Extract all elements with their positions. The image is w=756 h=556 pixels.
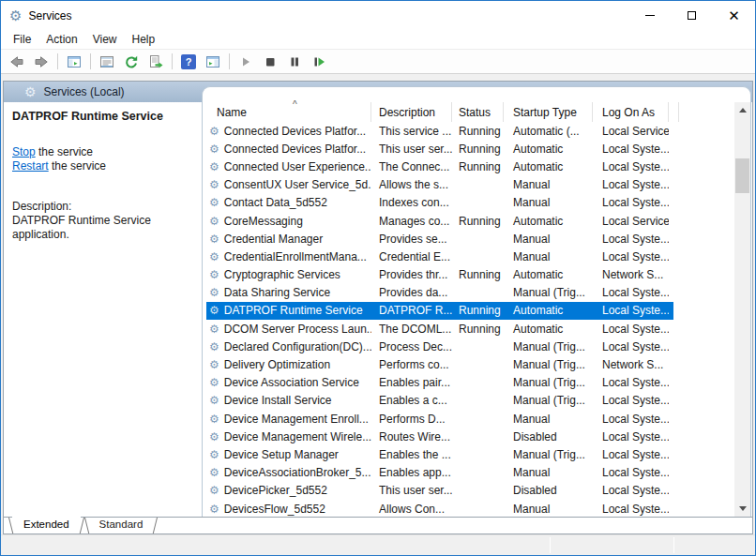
scroll-down-button[interactable] — [734, 501, 750, 517]
service-log-on-as: Local Syste... — [593, 500, 669, 517]
stop-service-link[interactable]: Stop — [12, 145, 36, 158]
services-gear-icon: ⚙ — [24, 85, 37, 98]
service-name: Declared Configuration(DC)... — [224, 340, 371, 353]
scroll-up-button[interactable] — [734, 102, 750, 118]
service-log-on-as: Local Syste... — [593, 194, 669, 212]
table-row[interactable]: ⚙Device Install Service Enables a c... M… — [206, 392, 734, 410]
column-header-name[interactable]: Name ^ — [206, 102, 371, 122]
table-row[interactable]: ⚙CredentialEnrollmentMana... Credential … — [206, 248, 734, 265]
service-description: Provides thr... — [371, 266, 452, 284]
service-name: Device Install Service — [224, 394, 332, 407]
service-log-on-as: Local Syste... — [593, 284, 669, 302]
table-row[interactable]: ⚙Declared Configuration(DC)... Process D… — [206, 338, 734, 355]
table-row[interactable]: ⚙Cryptographic Services Provides thr... … — [206, 266, 734, 284]
pause-service-icon — [287, 54, 302, 69]
menu-view[interactable]: View — [85, 31, 125, 48]
stop-service-button[interactable] — [259, 51, 281, 72]
restart-service-button[interactable] — [308, 51, 330, 72]
table-row[interactable]: ⚙Device Setup Manager Enables the ... Ma… — [206, 445, 734, 463]
service-log-on-as: Local Syste... — [593, 428, 669, 445]
service-name: Device Management Enroll... — [224, 413, 369, 426]
refresh-button[interactable] — [120, 51, 143, 72]
help-button[interactable]: ? — [177, 51, 200, 72]
row-extra — [669, 482, 673, 500]
menu-action[interactable]: Action — [38, 31, 84, 48]
service-log-on-as: Local Syste... — [593, 410, 669, 428]
table-row[interactable]: ⚙CoreMessaging Manages co... Running Aut… — [206, 212, 734, 230]
forward-button[interactable] — [30, 51, 53, 72]
start-service-button[interactable] — [234, 51, 257, 72]
minimize-icon — [645, 15, 655, 16]
scrollbar-thumb[interactable] — [735, 158, 749, 193]
selected-service-title: DATPROF Runtime Service — [12, 110, 189, 123]
services-list-card: Name ^ Description Status Startup Type L… — [202, 86, 751, 517]
tab-standard[interactable]: Standard — [88, 518, 155, 533]
menu-help[interactable]: Help — [125, 31, 163, 48]
table-row[interactable]: ⚙DevicesFlow_5d552 Allows Con... Manual … — [206, 500, 734, 517]
service-status — [452, 374, 504, 392]
back-button[interactable] — [6, 51, 28, 72]
table-row[interactable]: ⚙Device Management Wirele... Routes Wire… — [206, 428, 734, 445]
service-name: CredentialEnrollmentMana... — [224, 250, 367, 263]
menu-file[interactable]: File — [6, 31, 38, 48]
table-row[interactable]: ⚙Connected Devices Platfor... This user … — [206, 140, 734, 158]
restart-service-link[interactable]: Restart — [12, 159, 49, 173]
service-startup-type: Automatic — [504, 320, 593, 338]
table-row[interactable]: ⚙Credential Manager Provides se... Manua… — [206, 230, 734, 248]
service-gear-icon: ⚙ — [209, 431, 219, 443]
service-gear-icon: ⚙ — [209, 359, 219, 370]
forward-arrow-icon — [34, 54, 49, 69]
table-row[interactable]: ⚙Device Management Enroll... Performs D.… — [206, 410, 734, 428]
table-row[interactable]: ⚙DeviceAssociationBroker_5... Enables ap… — [206, 464, 734, 482]
service-startup-type: Manual — [504, 500, 593, 517]
export-list-button[interactable] — [144, 51, 167, 72]
properties-button[interactable] — [96, 51, 118, 72]
export-list-icon — [148, 54, 163, 69]
column-header-description[interactable]: Description — [371, 102, 452, 122]
table-row[interactable]: ⚙Contact Data_5d552 Indexes con... Manua… — [206, 194, 734, 212]
column-header-log-on-as[interactable]: Log On As — [593, 102, 669, 122]
table-row[interactable]: ⚙DevicePicker_5d552 This user ser... Dis… — [206, 482, 734, 500]
statusbar-separator — [673, 537, 674, 553]
extended-description-panel: DATPROF Runtime Service Stop the service… — [4, 102, 202, 516]
table-row[interactable]: ⚙DCOM Server Process Laun... The DCOML..… — [206, 320, 734, 338]
minimize-button[interactable] — [628, 1, 671, 30]
table-row[interactable]: ⚙Device Association Service Enables pair… — [206, 374, 734, 392]
toolbar-separator — [57, 53, 58, 69]
service-description-block: Description: DATPROF Runtime Service app… — [12, 200, 189, 242]
show-console-tree-button[interactable] — [63, 51, 85, 72]
service-log-on-as: Local Syste... — [593, 248, 669, 265]
row-extra — [669, 320, 673, 338]
tab-extended[interactable]: Extended — [12, 517, 81, 533]
table-row[interactable]: ⚙Connected Devices Platfor... This servi… — [206, 122, 734, 140]
table-row[interactable]: ⚙Delivery Optimization Performs co... Ma… — [206, 355, 734, 373]
table-row[interactable]: ⚙Connected User Experience... The Connec… — [206, 158, 734, 175]
close-icon: ✕ — [728, 8, 740, 24]
service-status: Running — [452, 140, 504, 158]
service-name: DATPROF Runtime Service — [224, 304, 363, 317]
service-name: Contact Data_5d552 — [224, 196, 327, 209]
service-status — [452, 500, 504, 517]
service-status — [452, 392, 504, 410]
title-bar: ⚙ Services ✕ — [1, 1, 755, 30]
column-header-status[interactable]: Status — [452, 102, 504, 122]
service-name: Cryptographic Services — [224, 268, 340, 281]
show-action-pane-button[interactable] — [202, 51, 224, 72]
service-status — [452, 428, 504, 445]
close-button[interactable]: ✕ — [713, 1, 755, 30]
table-row[interactable]: ⚙Data Sharing Service Provides da... Man… — [206, 284, 734, 302]
service-description: Provides da... — [371, 284, 452, 302]
service-log-on-as: Local Syste... — [593, 392, 669, 410]
service-startup-type: Automatic — [504, 266, 593, 284]
service-description: Performs D... — [371, 410, 452, 428]
service-name: ConsentUX User Service_5d... — [224, 178, 371, 191]
service-log-on-as: Local Syste... — [593, 320, 669, 338]
column-header-startup-type[interactable]: Startup Type — [504, 102, 593, 122]
service-description: Allows Con... — [371, 500, 452, 517]
pause-service-button[interactable] — [283, 51, 306, 72]
vertical-scrollbar[interactable] — [734, 102, 750, 517]
maximize-button[interactable] — [671, 1, 713, 30]
table-row[interactable]: ⚙DATPROF Runtime Service DATPROF R... Ru… — [206, 302, 734, 320]
table-row[interactable]: ⚙ConsentUX User Service_5d... Allows the… — [206, 176, 734, 194]
service-name: DeviceAssociationBroker_5... — [224, 466, 371, 479]
